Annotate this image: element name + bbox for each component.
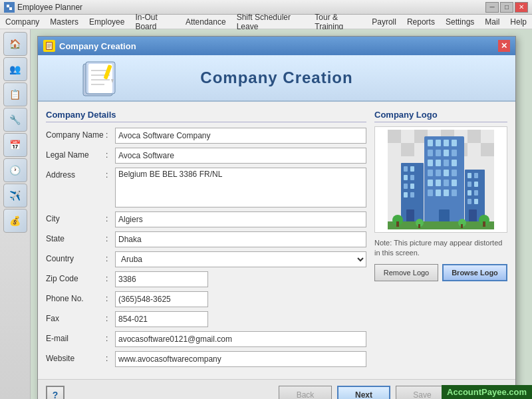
minimize-button[interactable]: ─	[485, 2, 499, 13]
back-button[interactable]: Back	[279, 386, 332, 400]
email-input[interactable]	[115, 331, 366, 347]
menu-employee[interactable]: Employee	[84, 16, 130, 28]
dialog-title-bar: Company Creation ✕	[38, 37, 515, 55]
email-label: E-mail	[46, 331, 106, 343]
sidebar-btn-settings[interactable]: 🔧	[3, 108, 27, 132]
website-input[interactable]	[115, 351, 366, 367]
svg-rect-80	[388, 221, 494, 229]
svg-rect-86	[418, 224, 420, 228]
sidebar-btn-time[interactable]: 🕐	[3, 158, 27, 182]
fax-input[interactable]	[115, 311, 208, 327]
state-colon: :	[106, 231, 115, 243]
svg-rect-35	[428, 140, 433, 146]
website-colon: :	[106, 351, 115, 363]
svg-rect-88	[461, 224, 463, 228]
sidebar-btn-home[interactable]: 🏠	[3, 32, 27, 56]
help-button[interactable]: ?	[46, 386, 65, 400]
svg-rect-64	[410, 175, 414, 180]
dialog-close-button[interactable]: ✕	[498, 40, 510, 52]
menu-attendance[interactable]: Attendance	[180, 16, 231, 28]
phone-row: Phone No. :	[46, 291, 366, 307]
sidebar: 🏠 👥 📋 🔧 📅 🕐 ✈️ 💰	[0, 29, 31, 399]
svg-rect-73	[467, 182, 471, 187]
legal-name-input[interactable]	[115, 148, 366, 164]
phone-label: Phone No.	[46, 291, 106, 303]
svg-rect-36	[436, 140, 441, 146]
menu-masters[interactable]: Masters	[45, 16, 84, 28]
svg-rect-1	[7, 5, 9, 7]
sidebar-btn-travel[interactable]: ✈️	[3, 184, 27, 207]
browse-logo-button[interactable]: Browse Logo	[442, 264, 507, 281]
svg-rect-58	[452, 190, 457, 196]
watermark: AccountPayee.com	[442, 385, 532, 399]
svg-rect-37	[444, 140, 449, 146]
country-select[interactable]: Aruba Belgium Bangladesh Algeria	[115, 251, 366, 267]
menu-help[interactable]: Help	[505, 16, 532, 28]
country-label: Country	[46, 251, 106, 263]
svg-rect-25	[481, 130, 494, 143]
sidebar-btn-list[interactable]: 📋	[3, 82, 27, 106]
svg-rect-47	[428, 170, 433, 176]
company-name-input[interactable]	[115, 128, 366, 144]
svg-rect-61	[404, 166, 408, 172]
phone-input[interactable]	[115, 291, 208, 307]
city-row: City :	[46, 211, 366, 227]
city-label: City	[46, 211, 106, 223]
next-button[interactable]: Next	[337, 386, 390, 400]
maximize-button[interactable]: □	[500, 2, 513, 13]
svg-rect-76	[474, 190, 478, 196]
fax-row: Fax :	[46, 311, 366, 327]
menu-payroll[interactable]: Payroll	[366, 16, 402, 28]
fax-colon: :	[106, 311, 115, 323]
app-icon	[4, 2, 15, 13]
svg-rect-26	[388, 143, 401, 156]
state-input[interactable]	[115, 231, 366, 247]
state-row: State :	[46, 231, 366, 247]
svg-rect-53	[444, 180, 449, 186]
svg-rect-40	[436, 150, 441, 156]
dialog-header: Company Creation	[38, 55, 515, 102]
company-name-row: Company Name :	[46, 128, 366, 144]
svg-rect-49	[444, 170, 449, 176]
address-row: Address : Belgium BE BEL 3386 FR/NL	[46, 168, 366, 207]
address-input[interactable]: Belgium BE BEL 3386 FR/NL	[115, 168, 366, 207]
svg-rect-32	[467, 143, 481, 156]
window-controls: ─ □ ✕	[485, 2, 528, 13]
svg-rect-67	[404, 192, 408, 198]
svg-rect-19	[401, 130, 414, 143]
legal-name-row: Legal Name :	[46, 148, 366, 164]
save-button[interactable]: Save	[396, 386, 449, 400]
app-title: Employee Planner	[17, 3, 82, 12]
menu-company[interactable]: Company	[0, 16, 45, 28]
svg-rect-54	[452, 180, 457, 186]
city-input[interactable]	[115, 211, 366, 227]
phone-colon: :	[106, 291, 115, 303]
svg-rect-63	[404, 175, 408, 180]
svg-rect-79	[469, 209, 477, 223]
svg-rect-42	[452, 150, 457, 156]
details-section-title: Company Details	[46, 110, 366, 122]
sidebar-btn-users[interactable]: 👥	[3, 57, 27, 81]
menu-settings[interactable]: Settings	[440, 16, 479, 28]
dialog-icon	[43, 40, 55, 52]
svg-rect-41	[444, 150, 449, 156]
svg-rect-45	[444, 160, 449, 166]
remove-logo-button[interactable]: Remove Logo	[374, 264, 438, 281]
menu-reports[interactable]: Reports	[402, 16, 440, 28]
logo-section-title: Company Logo	[374, 110, 507, 122]
address-label: Address	[46, 168, 106, 180]
sidebar-btn-payroll[interactable]: 💰	[3, 209, 27, 233]
modal-overlay: Company Creation ✕	[31, 29, 532, 399]
logo-buttons-container: Remove Logo Browse Logo	[374, 264, 507, 281]
country-row: Country : Aruba Belgium Bangladesh Alger…	[46, 251, 366, 267]
company-name-label: Company Name	[46, 128, 106, 140]
dialog-body: Company Details Company Name : Legal Nam…	[38, 102, 515, 379]
svg-rect-56	[436, 190, 441, 196]
menu-mail[interactable]: Mail	[479, 16, 505, 28]
svg-rect-75	[467, 190, 471, 196]
city-colon: :	[106, 211, 115, 223]
close-button[interactable]: ✕	[515, 2, 528, 13]
zipcode-input[interactable]	[115, 271, 208, 287]
sidebar-btn-calendar[interactable]: 📅	[3, 133, 27, 157]
svg-rect-66	[410, 184, 414, 189]
